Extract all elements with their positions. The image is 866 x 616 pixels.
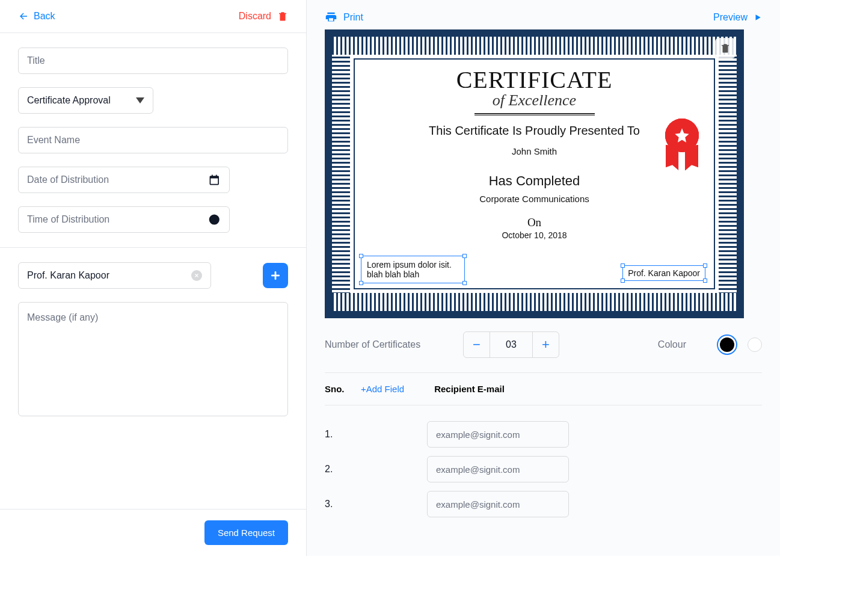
increment-button[interactable]: +	[532, 332, 559, 357]
resize-handle[interactable]	[621, 279, 625, 283]
right-panel: Print Preview CERTIFICATE of Excellence	[307, 0, 780, 556]
approval-select[interactable]: Certificate Approval	[18, 87, 153, 114]
row-number: 3.	[325, 499, 427, 510]
certificate-content: CERTIFICATE of Excellence This Certifica…	[361, 66, 708, 282]
trash-icon	[720, 43, 731, 54]
table-row: 1.	[325, 421, 762, 448]
preview-button[interactable]: Preview	[713, 12, 762, 23]
cert-on: On	[361, 216, 708, 229]
right-header: Print Preview	[307, 0, 780, 29]
close-icon	[194, 273, 200, 279]
number-of-certificates-label: Number of Certificates	[325, 339, 463, 350]
form-section-signee: Prof. Karan Kapoor	[0, 247, 306, 431]
quantity-stepper: − 03 +	[463, 331, 559, 358]
event-name-field[interactable]	[18, 127, 288, 153]
approval-selected-label: Certificate Approval	[27, 95, 111, 106]
trash-icon	[277, 11, 288, 22]
left-header: Back Discard	[0, 0, 306, 32]
clear-signee-button[interactable]	[191, 270, 202, 281]
resize-handle[interactable]	[462, 281, 467, 285]
cert-date: October 10, 2018	[361, 230, 708, 240]
selected-text-content: Lorem ipsum dolor isit. blah blah blah	[367, 260, 452, 279]
table-row: 3.	[325, 491, 762, 517]
recipient-email-input[interactable]	[436, 430, 560, 440]
calendar-icon	[208, 173, 221, 186]
form-section-main: Certificate Approval	[0, 32, 306, 247]
recipient-email-input[interactable]	[436, 499, 560, 510]
cert-divider	[474, 113, 595, 116]
certificate-canvas[interactable]: CERTIFICATE of Excellence This Certifica…	[325, 29, 744, 318]
resize-handle[interactable]	[703, 263, 707, 268]
selected-text-content: Prof. Karan Kapoor	[628, 268, 700, 278]
cert-completed: Has Completed	[361, 173, 708, 189]
play-icon	[754, 13, 762, 22]
add-field-button[interactable]: +Add Field	[361, 384, 404, 394]
resize-handle[interactable]	[621, 263, 625, 268]
arrow-left-icon	[18, 11, 29, 22]
send-request-button[interactable]: Send Request	[204, 520, 288, 545]
colour-label: Colour	[658, 339, 686, 350]
colour-swatches	[720, 337, 762, 352]
resize-handle[interactable]	[359, 254, 363, 258]
cert-recipient-name: John Smith	[361, 146, 708, 156]
discard-button[interactable]: Discard	[239, 11, 288, 22]
table-row: 2.	[325, 456, 762, 482]
quantity-value: 03	[490, 332, 532, 357]
left-panel: Back Discard Certificate Approval	[0, 0, 307, 556]
colour-swatch-black[interactable]	[720, 337, 734, 352]
clock-icon	[208, 213, 221, 226]
print-button[interactable]: Print	[325, 11, 363, 23]
decrement-button[interactable]: −	[464, 332, 490, 357]
signee-field[interactable]: Prof. Karan Kapoor	[18, 262, 211, 289]
back-label: Back	[34, 11, 55, 22]
colour-swatch-white[interactable]	[748, 337, 762, 352]
certificate-preview: CERTIFICATE of Excellence This Certifica…	[325, 29, 762, 318]
cert-presented-line: This Certificate Is Proudly Presented To	[361, 124, 708, 138]
resize-handle[interactable]	[359, 281, 363, 285]
printer-icon	[325, 11, 337, 23]
chevron-down-icon	[136, 97, 144, 103]
signee-row: Prof. Karan Kapoor	[18, 262, 288, 289]
preview-label: Preview	[713, 12, 748, 23]
recipients-rows: 1. 2. 3.	[325, 405, 762, 517]
message-field[interactable]	[18, 302, 288, 416]
email-field[interactable]	[427, 421, 569, 448]
title-input[interactable]	[27, 55, 279, 66]
cert-topic: Corporate Communications	[361, 194, 708, 204]
text-box-lorem[interactable]: Lorem ipsum dolor isit. blah blah blah	[361, 256, 465, 283]
resize-handle[interactable]	[462, 254, 467, 258]
add-signee-button[interactable]	[263, 263, 288, 288]
signee-name: Prof. Karan Kapoor	[27, 270, 109, 281]
cert-subtitle: of Excellence	[361, 91, 708, 109]
sno-header: Sno.	[325, 384, 361, 394]
time-input[interactable]	[27, 214, 208, 225]
time-field[interactable]	[18, 206, 230, 233]
date-field[interactable]	[18, 167, 230, 193]
recipients-header: Sno. +Add Field Recipient E-mail	[325, 373, 762, 405]
row-number: 1.	[325, 429, 427, 440]
recipients-section: Sno. +Add Field Recipient E-mail 1. 2. 3…	[325, 373, 762, 517]
email-field[interactable]	[427, 456, 569, 482]
cert-title: CERTIFICATE	[361, 66, 708, 94]
event-input[interactable]	[27, 135, 279, 146]
title-field[interactable]	[18, 48, 288, 74]
message-input[interactable]	[27, 312, 279, 406]
recipient-email-input[interactable]	[436, 464, 560, 475]
text-box-signature[interactable]: Prof. Karan Kapoor	[622, 265, 705, 281]
left-footer: Send Request	[0, 509, 306, 556]
date-input[interactable]	[27, 174, 208, 185]
row-number: 2.	[325, 464, 427, 475]
options-row: Number of Certificates − 03 + Colour	[325, 331, 762, 373]
delete-certificate-button[interactable]	[715, 38, 735, 58]
resize-handle[interactable]	[703, 279, 707, 283]
discard-label: Discard	[239, 11, 271, 22]
back-button[interactable]: Back	[18, 11, 55, 22]
print-label: Print	[343, 12, 363, 23]
email-field[interactable]	[427, 491, 569, 517]
plus-icon	[269, 269, 282, 282]
email-header: Recipient E-mail	[434, 384, 505, 394]
